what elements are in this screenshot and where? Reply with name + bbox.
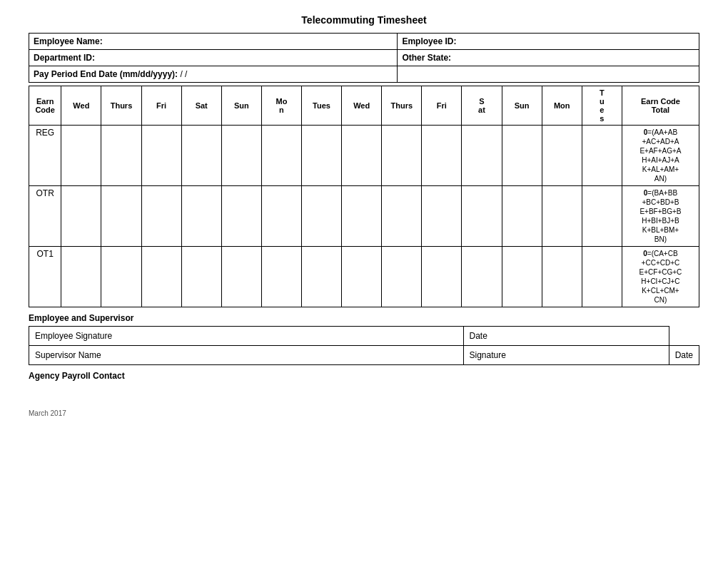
page-title: Telecommuting Timesheet (29, 14, 699, 26)
otr-wed2[interactable] (342, 186, 382, 247)
ot1-tues1[interactable] (301, 247, 341, 307)
header-mon1: Mon (261, 86, 301, 126)
reg-mon1[interactable] (261, 126, 301, 186)
otr-mon2[interactable] (542, 186, 582, 247)
reg-fri2[interactable] (422, 126, 462, 186)
reg-fri1[interactable] (141, 126, 181, 186)
header-sun2: Sun (502, 86, 542, 126)
signature-cell: Signature (463, 346, 669, 365)
otr-sat2[interactable] (462, 186, 502, 247)
header-mon2: Mon (542, 86, 582, 126)
timesheet-table: EarnCode Wed Thurs Fri Sat Sun Mon Tues … (29, 86, 699, 307)
reg-sun1[interactable] (221, 126, 261, 186)
ot1-fri2[interactable] (422, 247, 462, 307)
reg-wed1[interactable] (61, 126, 101, 186)
reg-thurs1[interactable] (101, 126, 141, 186)
reg-thurs2[interactable] (382, 126, 422, 186)
other-state-field: Other State: (398, 50, 699, 66)
otr-tues2[interactable] (582, 186, 622, 247)
employee-name-field: Employee Name: (29, 34, 398, 50)
header-fri1: Fri (141, 86, 181, 126)
ot1-mon1[interactable] (261, 247, 301, 307)
otr-mon1[interactable] (261, 186, 301, 247)
employee-supervisor-header: Employee and Supervisor (29, 313, 699, 323)
header-form: Employee Name: Employee ID: Department I… (29, 33, 699, 83)
employee-name-label: Employee Name: (34, 36, 103, 46)
header-wed2: Wed (342, 86, 382, 126)
header-tues2: Tues (582, 86, 622, 126)
ot1-tues2[interactable] (582, 247, 622, 307)
reg-sat1[interactable] (181, 126, 221, 186)
reg-wed2[interactable] (342, 126, 382, 186)
otr-sun2[interactable] (502, 186, 542, 247)
ot1-thurs1[interactable] (101, 247, 141, 307)
reg-formula: 0=(AA+AB+AC+AD+AE+AF+AG+AH+AI+AJ+AK+AL+A… (622, 126, 699, 186)
date-label-2: Date (675, 350, 693, 360)
code-reg: REG (29, 126, 61, 186)
ot1-thurs2[interactable] (382, 247, 422, 307)
reg-tues2[interactable] (582, 126, 622, 186)
supervisor-name-label: Supervisor Name (35, 350, 101, 360)
ot1-wed1[interactable] (61, 247, 101, 307)
pay-period-value: / / (180, 69, 187, 79)
otr-sat1[interactable] (181, 186, 221, 247)
header-sat2: Sat (462, 86, 502, 126)
reg-mon2[interactable] (542, 126, 582, 186)
header-sat1: Sat (181, 86, 221, 126)
supervisor-name-cell: Supervisor Name (29, 346, 464, 365)
row-otr: OTR 0=(BA+BB+BC+BD+BE+BF+BG+BH+BI+BJ+BK+… (29, 186, 699, 247)
employee-id-field: Employee ID: (398, 34, 699, 50)
header-sun1: Sun (221, 86, 261, 126)
otr-wed1[interactable] (61, 186, 101, 247)
reg-sun2[interactable] (502, 126, 542, 186)
row-reg: REG 0=(AA+AB+AC+AD+AE+AF+AG+AH+AI+AJ+AK+… (29, 126, 699, 186)
department-id-field: Department ID: (29, 50, 398, 66)
header-earn-code-total: Earn CodeTotal (622, 86, 699, 126)
reg-tues1[interactable] (301, 126, 341, 186)
footer-date: March 2017 (29, 409, 699, 417)
header-thurs1: Thurs (101, 86, 141, 126)
header-wed1: Wed (61, 86, 101, 126)
otr-fri1[interactable] (141, 186, 181, 247)
date-cell-2: Date (669, 346, 699, 365)
date-label-1: Date (470, 331, 487, 341)
ot1-mon2[interactable] (542, 247, 582, 307)
payroll-contact-header: Agency Payroll Contact (29, 371, 699, 381)
employee-sig-label: Employee Signature (35, 331, 112, 341)
employee-id-label: Employee ID: (402, 36, 456, 46)
signature-label: Signature (470, 350, 506, 360)
header-fri2: Fri (422, 86, 462, 126)
ot1-sun1[interactable] (221, 247, 261, 307)
code-otr: OTR (29, 186, 61, 247)
date-cell-1: Date (463, 327, 669, 346)
header-tues1: Tues (301, 86, 341, 126)
header-thurs2: Thurs (382, 86, 422, 126)
otr-fri2[interactable] (422, 186, 462, 247)
ot1-sun2[interactable] (502, 247, 542, 307)
employee-sig-cell: Employee Signature (29, 327, 464, 346)
header-earn-code: EarnCode (29, 86, 61, 126)
department-id-label: Department ID: (34, 53, 95, 63)
otr-thurs1[interactable] (101, 186, 141, 247)
ot1-formula: 0=(CA+CB+CC+CD+CE+CF+CG+CH+CI+CJ+CK+CL+C… (622, 247, 699, 307)
reg-sat2[interactable] (462, 126, 502, 186)
pay-period-label: Pay Period End Date (mm/dd/yyyy): (34, 69, 178, 79)
ot1-sat2[interactable] (462, 247, 502, 307)
otr-formula: 0=(BA+BB+BC+BD+BE+BF+BG+BH+BI+BJ+BK+BL+B… (622, 186, 699, 247)
row-ot1: OT1 0=(CA+CB+CC+CD+CE+CF+CG+CH+CI+CJ+CK+… (29, 247, 699, 307)
code-ot1: OT1 (29, 247, 61, 307)
otr-tues1[interactable] (301, 186, 341, 247)
ot1-sat1[interactable] (181, 247, 221, 307)
ot1-wed2[interactable] (342, 247, 382, 307)
otr-sun1[interactable] (221, 186, 261, 247)
signature-table: Employee Signature Date Supervisor Name … (29, 326, 699, 365)
otr-thurs2[interactable] (382, 186, 422, 247)
other-state-label: Other State: (402, 53, 451, 63)
pay-period-field: Pay Period End Date (mm/dd/yyyy): / / (29, 66, 398, 83)
ot1-fri1[interactable] (141, 247, 181, 307)
